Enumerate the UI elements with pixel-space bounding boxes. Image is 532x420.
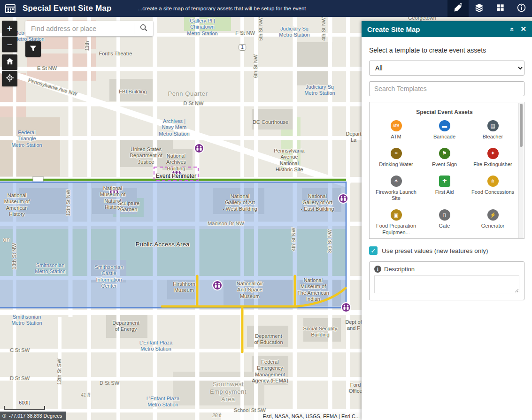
info-button[interactable] bbox=[511, 0, 532, 17]
locate-button[interactable] bbox=[2, 71, 17, 86]
group-filter-button[interactable] bbox=[25, 41, 41, 57]
description-section: i Description bbox=[369, 261, 524, 300]
atm-icon: ATM bbox=[391, 120, 402, 131]
template-label: ATM bbox=[391, 134, 401, 140]
info-icon: i bbox=[374, 266, 381, 273]
description-label: Description bbox=[384, 266, 415, 273]
template-item-atm[interactable]: ATMATM bbox=[372, 120, 420, 140]
filter-icon bbox=[29, 45, 37, 54]
template-item-first-aid[interactable]: ✚First Aid bbox=[421, 176, 468, 202]
info-circle-icon bbox=[517, 3, 526, 14]
app-title: Special Event Site Map bbox=[23, 4, 112, 13]
template-label: Food Preparation Equipmen... bbox=[372, 223, 420, 236]
template-search-input[interactable] bbox=[369, 81, 524, 96]
preset-checkbox[interactable]: ✓ bbox=[369, 246, 378, 255]
template-list-scrollbar bbox=[518, 103, 524, 238]
zoom-in-button[interactable]: + bbox=[2, 21, 17, 36]
home-icon bbox=[6, 57, 14, 67]
search-icon bbox=[139, 23, 148, 33]
restroom-marker-icon bbox=[109, 187, 119, 196]
layers-button[interactable] bbox=[469, 0, 490, 17]
scrollbar-thumb[interactable] bbox=[520, 104, 523, 147]
fire-extinguisher-icon: ✦ bbox=[487, 148, 499, 159]
app-header: Special Event Site Map ...create a site … bbox=[0, 0, 532, 17]
template-item-event-sign[interactable]: ⚑Event Sign bbox=[421, 148, 468, 168]
description-textarea[interactable] bbox=[374, 275, 519, 293]
template-label: Drinking Water bbox=[379, 161, 413, 168]
template-item-bleacher[interactable]: ▤Bleacher bbox=[469, 120, 517, 140]
template-label: Fireworks Launch Site bbox=[372, 189, 420, 202]
restroom-marker-icon bbox=[339, 194, 348, 203]
template-item-fireworks-launch-site[interactable]: ✶Fireworks Launch Site bbox=[372, 176, 420, 202]
panel-body: Select a template to create event assets… bbox=[362, 37, 532, 420]
template-grid: ATMATM ▬Barricade ▤Bleacher ≈Drinking Wa… bbox=[372, 120, 517, 236]
create-site-map-panel: Create Site Map » ✕ Select a template to… bbox=[362, 21, 532, 420]
panel-title: Create Site Map bbox=[367, 25, 420, 33]
template-item-barricade[interactable]: ▬Barricade bbox=[421, 120, 468, 140]
header-toolbar bbox=[447, 0, 532, 17]
apps-grid-icon bbox=[496, 3, 505, 14]
search-button[interactable] bbox=[134, 21, 153, 36]
template-label: Fire Extinguisher bbox=[473, 161, 512, 168]
template-label: Food Concessions bbox=[471, 189, 514, 196]
template-item-drinking-water[interactable]: ≈Drinking Water bbox=[372, 148, 420, 168]
food-preparation-icon: ▣ bbox=[391, 209, 402, 221]
map-attribution: Esri, NASA, NGA, USGS, FEMA | Esri C... bbox=[221, 412, 362, 420]
first-aid-icon: ✚ bbox=[439, 176, 450, 187]
event-sign-icon: ⚑ bbox=[439, 148, 450, 159]
coordinate-icon[interactable]: ⊕ bbox=[2, 412, 7, 419]
template-item-generator[interactable]: ⚡Generator bbox=[469, 209, 517, 236]
instruction-text: Select a template to create event assets bbox=[369, 46, 524, 54]
template-label: Generator bbox=[481, 223, 505, 229]
close-icon[interactable]: ✕ bbox=[520, 25, 526, 33]
drinking-water-icon: ≈ bbox=[391, 148, 402, 159]
food-concessions-icon: ⋔ bbox=[487, 176, 499, 187]
template-item-food-preparation[interactable]: ▣Food Preparation Equipmen... bbox=[372, 209, 420, 236]
scale-bar: 600ft bbox=[4, 400, 45, 410]
smart-editor-icon bbox=[453, 3, 463, 14]
template-list: Special Event Assets ATMATM ▬Barricade ▤… bbox=[369, 102, 524, 239]
preset-row: ✓ Use preset values (new features only) bbox=[369, 246, 524, 255]
template-item-gate[interactable]: ⊓Gate bbox=[421, 209, 468, 236]
app-subtitle: ...create a site map of temporary assets… bbox=[138, 6, 306, 11]
fireworks-launch-site-icon: ✶ bbox=[391, 176, 402, 187]
generator-icon: ⚡ bbox=[487, 209, 499, 221]
coordinate-bar: ⊕ -77.017 38.893 Degrees bbox=[0, 412, 66, 420]
template-label: First Aid bbox=[435, 189, 454, 196]
template-label: Bleacher bbox=[483, 134, 503, 140]
restroom-marker-icon bbox=[341, 303, 351, 312]
restroom-marker-icon bbox=[213, 281, 222, 290]
smart-editor-button[interactable] bbox=[447, 0, 469, 17]
calendar-icon bbox=[5, 3, 16, 14]
scale-rule bbox=[4, 406, 45, 410]
crosshair-icon bbox=[6, 74, 14, 84]
bleacher-icon: ▤ bbox=[487, 120, 499, 131]
template-label: Barricade bbox=[433, 134, 455, 140]
collapse-icon[interactable]: » bbox=[507, 27, 515, 31]
map-search bbox=[25, 21, 153, 36]
search-input[interactable] bbox=[25, 25, 134, 32]
barricade-icon: ▬ bbox=[439, 120, 450, 131]
home-button[interactable] bbox=[2, 54, 17, 70]
zoom-out-button[interactable]: − bbox=[2, 37, 17, 52]
template-label: Event Sign bbox=[432, 161, 457, 168]
template-label: Gate bbox=[439, 223, 450, 229]
template-group-title: Special Event Assets bbox=[372, 109, 517, 115]
restroom-marker-icon bbox=[172, 169, 181, 178]
template-item-fire-extinguisher[interactable]: ✦Fire Extinguisher bbox=[469, 148, 517, 168]
gate-icon: ⊓ bbox=[439, 209, 450, 221]
panel-header: Create Site Map » ✕ bbox=[362, 21, 532, 37]
scale-label: 600ft bbox=[4, 400, 45, 405]
preset-label: Use preset values (new features only) bbox=[382, 247, 488, 254]
template-filter-select[interactable]: All bbox=[369, 61, 524, 76]
restroom-marker-icon bbox=[194, 144, 204, 153]
apps-grid-button[interactable] bbox=[490, 0, 511, 17]
layers-icon bbox=[474, 3, 484, 14]
template-item-food-concessions[interactable]: ⋔Food Concessions bbox=[469, 176, 517, 202]
coordinate-readout: -77.017 38.893 Degrees bbox=[9, 413, 62, 419]
